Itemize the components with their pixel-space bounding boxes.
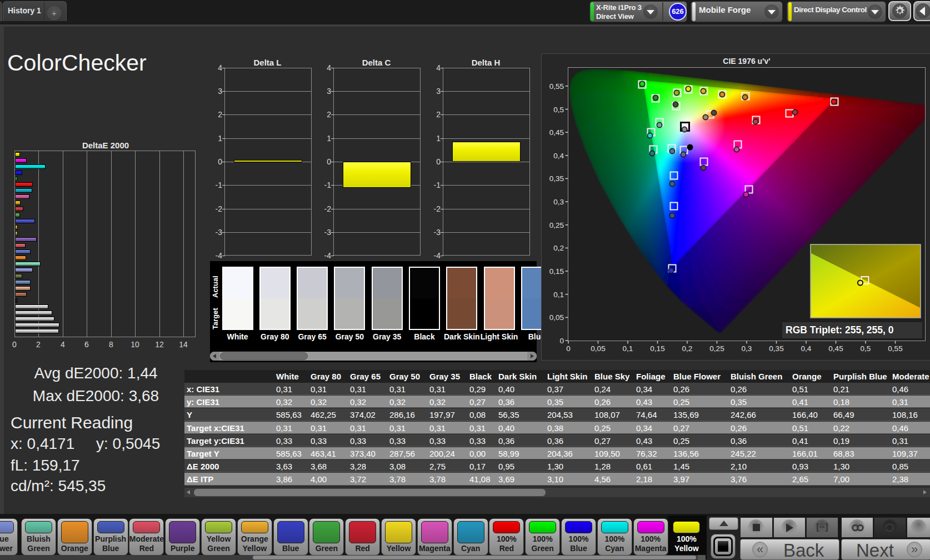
- svg-text:0,4: 0,4: [801, 344, 812, 353]
- svg-text:0,05: 0,05: [549, 313, 564, 322]
- svg-text:0,15: 0,15: [650, 344, 664, 353]
- svg-text:0,35: 0,35: [769, 344, 783, 353]
- svg-text:RGB Triplet: 255, 255, 0: RGB Triplet: 255, 255, 0: [786, 324, 894, 336]
- svg-text:0,25: 0,25: [549, 221, 564, 229]
- svg-text:0: 0: [559, 337, 564, 345]
- svg-text:0: 0: [566, 344, 571, 353]
- svg-text:0,45: 0,45: [549, 128, 564, 137]
- svg-text:0,1: 0,1: [623, 344, 633, 353]
- svg-text:0,15: 0,15: [549, 267, 564, 276]
- svg-text:0,5: 0,5: [553, 106, 564, 114]
- svg-text:0,35: 0,35: [549, 174, 564, 183]
- svg-text:0,2: 0,2: [553, 244, 564, 252]
- svg-text:0,3: 0,3: [742, 344, 752, 353]
- svg-text:0,05: 0,05: [591, 344, 605, 353]
- svg-text:0,5: 0,5: [861, 344, 871, 353]
- svg-text:0,25: 0,25: [709, 344, 724, 353]
- svg-text:0,1: 0,1: [553, 291, 564, 299]
- svg-text:0,2: 0,2: [682, 344, 693, 353]
- svg-text:CIE 1976 u'v': CIE 1976 u'v': [723, 57, 770, 66]
- svg-text:0,55: 0,55: [549, 82, 564, 91]
- svg-text:0,55: 0,55: [888, 344, 902, 353]
- svg-text:0,45: 0,45: [828, 344, 843, 353]
- svg-text:0,4: 0,4: [553, 152, 564, 160]
- svg-text:0,3: 0,3: [553, 198, 564, 206]
